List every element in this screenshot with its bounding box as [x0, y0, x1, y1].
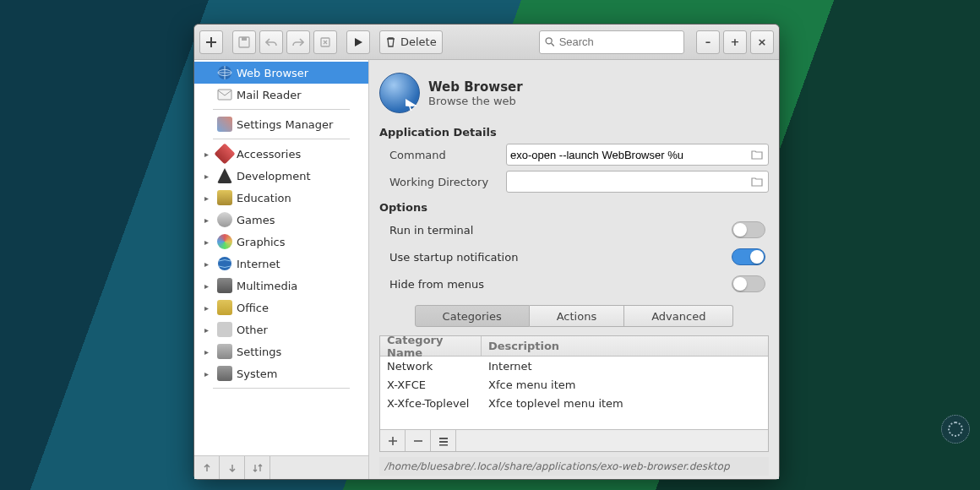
tree-item-education[interactable]: ▸ Education — [194, 187, 368, 209]
tab-advanced[interactable]: Advanced — [624, 305, 733, 327]
add-category-button[interactable] — [380, 430, 406, 451]
tree-item-internet[interactable]: ▸ Internet — [194, 253, 368, 275]
prefs-icon — [216, 116, 233, 133]
expand-icon: ▸ — [204, 150, 213, 159]
table-row[interactable]: X-Xfce-ToplevelXfce toplevel menu item — [380, 394, 768, 412]
sort-button[interactable] — [245, 456, 270, 479]
minimize-button[interactable]: – — [696, 30, 720, 54]
th-description[interactable]: Description — [482, 336, 768, 356]
tree-item-development[interactable]: ▸ Development — [194, 165, 368, 187]
delete-label: Delete — [400, 35, 437, 48]
education-icon — [216, 189, 233, 206]
graphics-icon — [216, 233, 233, 250]
tray-notification-icon[interactable] — [941, 415, 970, 444]
tree-item-accessories[interactable]: ▸ Accessories — [194, 143, 368, 165]
app-icon[interactable] — [379, 73, 420, 113]
games-icon — [216, 211, 233, 228]
search-field[interactable] — [539, 30, 684, 54]
detail-pane: Web Browser Browse the web Application D… — [369, 60, 779, 479]
tab-categories[interactable]: Categories — [415, 305, 530, 327]
cell-category-name: Network — [380, 360, 482, 373]
tree-item-other[interactable]: ▸ Other — [194, 318, 368, 340]
tree-item-office[interactable]: ▸ Office — [194, 297, 368, 318]
browse-command-icon[interactable] — [749, 147, 765, 162]
run-in-terminal-label: Run in terminal — [389, 224, 473, 237]
add-button[interactable] — [199, 30, 223, 54]
maximize-button[interactable]: + — [723, 30, 747, 54]
close-button[interactable]: × — [750, 30, 774, 54]
search-icon — [545, 36, 555, 47]
cell-description: Internet — [482, 360, 768, 373]
tree-label: System — [237, 368, 277, 380]
workdir-input[interactable] — [506, 171, 769, 193]
startup-notification-label: Use startup notification — [389, 251, 518, 264]
status-path: /home/bluesabre/.local/share/application… — [384, 460, 730, 472]
tree-label: Other — [237, 324, 268, 336]
execute-button[interactable] — [346, 30, 370, 54]
detail-tabs: Categories Actions Advanced — [415, 305, 734, 327]
cell-description: Xfce toplevel menu item — [482, 397, 768, 410]
svg-rect-1 — [242, 37, 247, 41]
tree-item-settings[interactable]: ▸ Settings — [194, 340, 368, 362]
application-details-heading: Application Details — [379, 126, 769, 139]
tree-item-settings-manager[interactable]: Settings Manager — [194, 113, 368, 135]
expand-icon: ▸ — [204, 193, 213, 203]
accessories-icon — [216, 145, 233, 162]
search-input[interactable] — [559, 35, 678, 48]
cell-category-name: X-XFCE — [380, 378, 482, 391]
app-tree[interactable]: Web Browser Mail Reader Settings Manager — [194, 60, 368, 455]
tab-actions[interactable]: Actions — [530, 305, 625, 327]
globe-icon — [216, 64, 233, 81]
move-down-button[interactable] — [220, 456, 245, 479]
tree-item-mail-reader[interactable]: Mail Reader — [194, 84, 368, 106]
app-title[interactable]: Web Browser — [428, 79, 523, 95]
startup-notification-switch[interactable] — [732, 248, 765, 265]
expand-icon: ▸ — [204, 237, 213, 247]
mail-icon — [216, 86, 233, 103]
expand-icon: ▸ — [204, 369, 213, 378]
hide-from-menus-switch[interactable] — [732, 275, 765, 292]
tree-item-games[interactable]: ▸ Games — [194, 209, 368, 231]
redo-button[interactable] — [286, 30, 310, 54]
tree-label: Accessories — [237, 148, 301, 161]
internet-icon — [216, 255, 233, 272]
tree-label: Multimedia — [237, 280, 297, 292]
expand-icon: ▸ — [204, 325, 213, 335]
browse-workdir-icon[interactable] — [749, 174, 765, 189]
tree-item-graphics[interactable]: ▸ Graphics — [194, 231, 368, 253]
svg-rect-10 — [439, 444, 448, 446]
tree-item-multimedia[interactable]: ▸ Multimedia — [194, 275, 368, 297]
tree-label: Settings Manager — [237, 118, 333, 131]
cell-description: Xfce menu item — [482, 378, 768, 391]
th-category-name[interactable]: Category Name — [380, 336, 482, 356]
app-description[interactable]: Browse the web — [428, 95, 523, 107]
delete-button[interactable]: Delete — [379, 30, 443, 54]
tree-label: Development — [237, 170, 311, 182]
office-icon — [216, 299, 233, 316]
system-icon — [216, 365, 233, 382]
table-header: Category Name Description — [380, 336, 768, 357]
run-in-terminal-switch[interactable] — [732, 221, 765, 238]
command-input[interactable] — [506, 144, 769, 166]
table-body[interactable]: NetworkInternetX-XFCEXfce menu itemX-Xfc… — [380, 357, 768, 429]
revert-button[interactable] — [313, 30, 337, 54]
clear-categories-button[interactable] — [431, 430, 456, 451]
sidebar: Web Browser Mail Reader Settings Manager — [194, 60, 369, 479]
statusbar: /home/bluesabre/.local/share/application… — [379, 457, 769, 476]
tree-item-web-browser[interactable]: Web Browser — [194, 62, 368, 84]
svg-rect-8 — [439, 438, 448, 439]
tree-label: Office — [237, 302, 269, 314]
toolbar: Delete – + × — [194, 24, 779, 60]
sidebar-order-toolbar — [194, 455, 368, 479]
app-header: Web Browser Browse the web — [379, 68, 769, 117]
remove-category-button[interactable] — [406, 430, 431, 451]
undo-button[interactable] — [259, 30, 283, 54]
tree-item-system[interactable]: ▸ System — [194, 362, 368, 384]
move-up-button[interactable] — [194, 456, 220, 479]
table-row[interactable]: X-XFCEXfce menu item — [380, 375, 768, 394]
save-button[interactable] — [232, 30, 256, 54]
expand-icon: ▸ — [204, 303, 213, 313]
table-footer — [380, 429, 768, 451]
table-row[interactable]: NetworkInternet — [380, 357, 768, 375]
tree-label: Web Browser — [237, 67, 308, 79]
